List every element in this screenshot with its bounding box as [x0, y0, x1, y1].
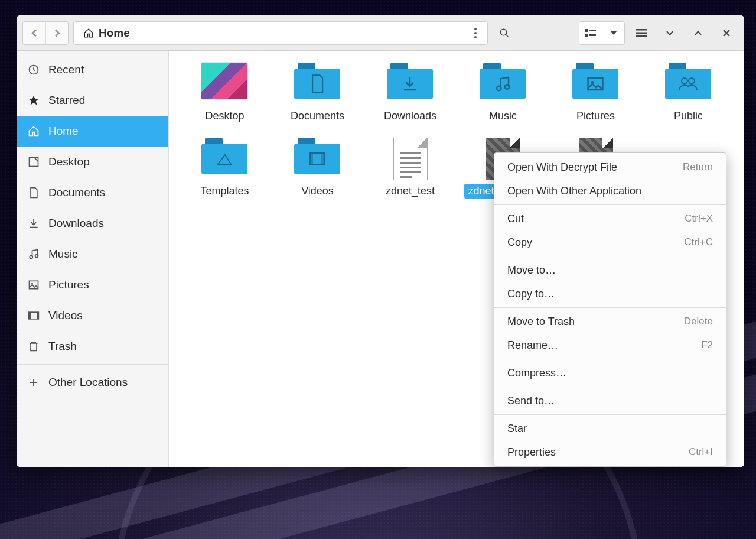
file-item-music[interactable]: Music — [461, 63, 545, 124]
chevron-left-icon — [30, 29, 38, 37]
hamburger-icon — [636, 29, 647, 37]
sidebar-item-other-locations[interactable]: Other Locations — [17, 367, 168, 398]
back-button[interactable] — [23, 22, 45, 44]
ctx-cut[interactable]: CutCtrl+X — [494, 207, 726, 230]
file-item-text[interactable]: zdnet_test — [369, 138, 452, 199]
sidebar: Recent Starred Home Desktop Documents Do… — [17, 51, 169, 467]
sidebar-item-starred[interactable]: Starred — [17, 85, 168, 116]
ctx-copy-to[interactable]: Copy to… — [494, 282, 726, 306]
sidebar-item-pictures[interactable]: Pictures — [17, 270, 168, 300]
svg-rect-6 — [589, 30, 596, 31]
file-item-public[interactable]: Public — [647, 63, 730, 124]
minimize-button[interactable] — [658, 21, 682, 45]
folder-icon — [294, 138, 340, 174]
sidebar-item-label: Downloads — [48, 217, 104, 230]
chevron-up-icon — [694, 30, 702, 36]
svg-rect-5 — [585, 29, 588, 32]
path-bar[interactable]: Home — [73, 21, 488, 45]
svg-rect-7 — [585, 34, 588, 37]
ctx-copy[interactable]: CopyCtrl+C — [494, 230, 726, 254]
svg-rect-16 — [30, 281, 38, 288]
home-icon — [27, 125, 40, 138]
view-mode-split — [579, 21, 625, 45]
folder-icon — [387, 63, 433, 99]
trash-icon — [27, 340, 40, 353]
sidebar-item-videos[interactable]: Videos — [17, 300, 168, 331]
folder-icon — [201, 138, 247, 174]
star-icon — [27, 94, 40, 107]
folder-icon — [665, 63, 711, 99]
hamburger-menu-button[interactable] — [630, 21, 653, 45]
list-compact-icon — [585, 29, 596, 37]
close-button[interactable] — [715, 21, 738, 45]
sidebar-item-label: Documents — [48, 186, 105, 199]
ctx-star[interactable]: Star — [494, 417, 726, 440]
text-file-icon — [393, 138, 428, 180]
context-menu: Open With Decrypt FileReturn Open With O… — [494, 152, 726, 467]
download-icon — [27, 217, 40, 230]
forward-button[interactable] — [45, 22, 68, 44]
sidebar-item-label: Trash — [48, 340, 77, 353]
ctx-open-with-other[interactable]: Open With Other Application — [494, 179, 726, 203]
file-item-label: Videos — [298, 184, 337, 199]
svg-rect-28 — [310, 153, 313, 165]
maximize-button[interactable] — [686, 21, 710, 45]
file-item-label: Music — [485, 109, 520, 124]
plus-icon — [27, 376, 40, 389]
svg-rect-19 — [29, 312, 31, 319]
ctx-move-trash[interactable]: Move to TrashDelete — [494, 310, 726, 333]
ctx-move-to[interactable]: Move to… — [494, 258, 726, 282]
file-item-label: zdnet_test — [382, 184, 438, 199]
svg-rect-8 — [589, 34, 596, 36]
view-dropdown-button[interactable] — [602, 22, 624, 44]
svg-rect-29 — [321, 153, 324, 165]
ctx-separator — [494, 204, 726, 205]
file-item-templates[interactable]: Templates — [183, 138, 266, 199]
file-item-videos[interactable]: Videos — [276, 138, 359, 199]
home-icon — [83, 28, 94, 38]
svg-rect-20 — [37, 312, 38, 319]
file-item-label: Pictures — [573, 109, 618, 124]
ctx-properties[interactable]: PropertiesCtrl+I — [494, 440, 726, 464]
folder-icon — [294, 63, 340, 99]
sidebar-item-home[interactable]: Home — [17, 116, 168, 147]
kebab-icon — [474, 28, 477, 38]
file-item-label: Downloads — [380, 109, 440, 124]
ctx-rename[interactable]: Rename…F2 — [494, 333, 726, 357]
ctx-compress[interactable]: Compress… — [494, 361, 726, 385]
close-icon — [722, 29, 731, 37]
sidebar-item-label: Pictures — [48, 278, 89, 291]
file-item-pictures[interactable]: Pictures — [554, 63, 637, 124]
toolbar: Home — [17, 15, 744, 51]
music-icon — [27, 248, 40, 261]
file-item-desktop[interactable]: Desktop — [183, 63, 266, 124]
ctx-separator — [494, 414, 726, 415]
sidebar-item-desktop[interactable]: Desktop — [17, 147, 168, 177]
ctx-separator — [494, 359, 726, 359]
sidebar-item-label: Videos — [48, 309, 83, 322]
sidebar-item-label: Other Locations — [48, 376, 128, 389]
sidebar-item-music[interactable]: Music — [17, 239, 168, 270]
path-more-button[interactable] — [465, 21, 485, 45]
ctx-send-to[interactable]: Send to… — [494, 389, 726, 413]
path-crumb-home[interactable]: Home — [76, 23, 137, 43]
ctx-separator — [494, 256, 726, 256]
ctx-open-with-decrypt[interactable]: Open With Decrypt FileReturn — [494, 155, 726, 179]
sidebar-item-trash[interactable]: Trash — [17, 331, 168, 362]
file-item-label: Public — [670, 109, 706, 124]
ctx-separator — [494, 387, 726, 387]
search-button[interactable] — [493, 21, 516, 45]
file-item-downloads[interactable]: Downloads — [369, 63, 452, 124]
svg-rect-11 — [636, 35, 647, 37]
sidebar-item-label: Starred — [48, 94, 85, 107]
sidebar-item-downloads[interactable]: Downloads — [17, 208, 168, 239]
file-item-label: Templates — [197, 184, 252, 199]
sidebar-item-recent[interactable]: Recent — [17, 54, 168, 85]
svg-line-4 — [506, 34, 509, 37]
svg-point-14 — [30, 256, 32, 259]
svg-rect-13 — [30, 158, 38, 167]
sidebar-item-documents[interactable]: Documents — [17, 177, 168, 208]
icon-view-button[interactable] — [579, 22, 602, 44]
file-item-documents[interactable]: Documents — [276, 63, 359, 124]
sidebar-item-label: Desktop — [48, 155, 90, 168]
